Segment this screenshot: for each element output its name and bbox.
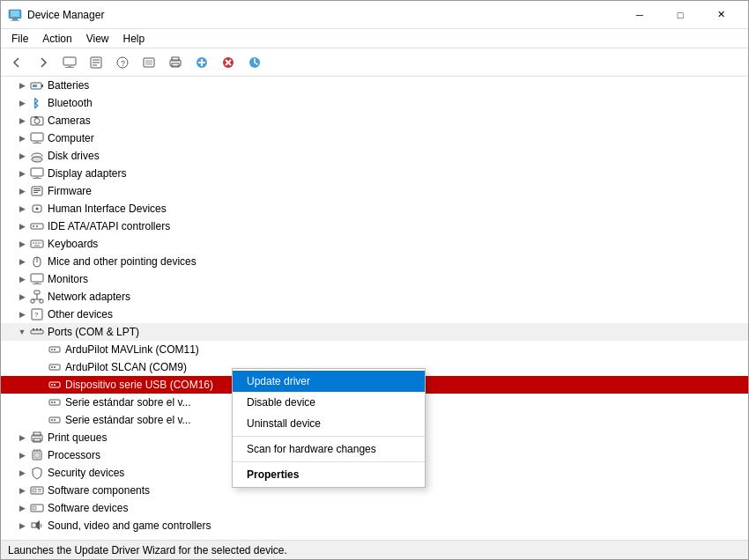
tree-item-bluetooth[interactable]: ▶ ᛒ Bluetooth [1, 94, 748, 112]
maximize-button[interactable]: □ [660, 1, 701, 29]
menu-view[interactable]: View [79, 31, 116, 47]
display-icon [29, 166, 45, 181]
properties-button[interactable] [84, 51, 108, 74]
expander-ide[interactable]: ▶ [15, 219, 29, 233]
tree-item-ports[interactable]: ▼ Ports (COM & LPT) [1, 323, 748, 341]
expander-mice[interactable]: ▶ [15, 254, 29, 269]
window-controls: ─ □ ✕ [619, 1, 741, 29]
serie2-icon [47, 413, 63, 427]
svg-rect-92 [34, 453, 40, 458]
tree-item-other[interactable]: ▶ ? Other devices [1, 306, 748, 323]
print-icon [29, 431, 45, 445]
expander-cameras[interactable]: ▶ [15, 114, 29, 128]
context-disable-device[interactable]: Disable device [233, 392, 425, 413]
serie1-label: Serie estándar sobre el v... [65, 396, 191, 409]
serie2-label: Serie estándar sobre el v... [65, 414, 191, 426]
close-button[interactable]: ✕ [701, 1, 741, 29]
status-text: Launches the Update Driver Wizard for th… [8, 544, 287, 556]
processors-label: Processors [48, 449, 100, 461]
expander-print[interactable]: ▶ [15, 431, 29, 445]
keyboards-label: Keyboards [48, 238, 98, 250]
svg-point-83 [51, 402, 53, 403]
svg-point-49 [36, 225, 38, 227]
window-title: Device Manager [27, 9, 619, 21]
display-label: Display adapters [48, 167, 126, 180]
svg-text:ᛒ: ᛒ [33, 97, 40, 110]
expander-bluetooth[interactable]: ▶ [15, 96, 29, 110]
expander-ports[interactable]: ▼ [15, 325, 29, 339]
tree-item-batteries[interactable]: ▶ Batteries [1, 77, 748, 94]
svg-rect-52 [35, 242, 37, 244]
context-update-driver[interactable]: Update driver [233, 371, 425, 392]
expander-other[interactable]: ▶ [15, 307, 29, 321]
svg-rect-39 [35, 176, 39, 178]
computer-button[interactable] [57, 51, 82, 74]
expander-sound[interactable]: ▶ [15, 519, 29, 533]
expander-processors[interactable]: ▶ [15, 448, 29, 462]
expander-computer[interactable]: ▶ [15, 131, 29, 145]
minimize-button[interactable]: ─ [619, 1, 660, 29]
scan-button[interactable] [242, 51, 267, 74]
expander-firmware[interactable]: ▶ [15, 184, 29, 198]
tree-item-display[interactable]: ▶ Display adapters [1, 165, 748, 182]
hid-icon [29, 202, 45, 216]
expander-sw-devices[interactable]: ▶ [15, 501, 29, 515]
menu-file[interactable]: File [4, 31, 35, 47]
arduslcan-icon [47, 360, 63, 374]
menu-action[interactable]: Action [35, 31, 78, 47]
driver-button[interactable] [137, 51, 161, 74]
tree-item-software-devices[interactable]: ▶ Software devices [1, 499, 748, 517]
tree-item-cameras[interactable]: ▶ Cameras [1, 112, 748, 129]
add-button[interactable] [189, 51, 214, 74]
svg-rect-42 [33, 188, 41, 189]
svg-rect-3 [11, 20, 19, 21]
sw-devices-icon [29, 501, 45, 515]
svg-rect-14 [145, 60, 152, 65]
svg-rect-54 [41, 242, 41, 244]
sound-label: Sound, video and game controllers [48, 519, 211, 532]
tree-item-sound[interactable]: ▶ Sound, video and game controllers [1, 517, 748, 534]
expander-monitors[interactable]: ▶ [15, 272, 29, 286]
tree-item-firmware[interactable]: ▶ Firmware [1, 182, 748, 200]
hid-label: Human Interface Devices [48, 203, 167, 215]
expander-display[interactable]: ▶ [15, 166, 29, 181]
expander-keyboards[interactable]: ▶ [15, 237, 29, 251]
forward-button[interactable] [31, 51, 56, 74]
tree-item-network[interactable]: ▶ Network adapters [1, 288, 748, 306]
context-scan-hardware[interactable]: Scan for hardware changes [233, 438, 425, 460]
svg-point-37 [32, 157, 42, 162]
context-menu: Update driver Disable device Uninstall d… [232, 368, 426, 488]
expander-network[interactable]: ▶ [15, 290, 29, 304]
tree-item-ardulink[interactable]: ▶ ArduPilot MAVLink (COM11) [1, 341, 748, 358]
context-properties[interactable]: Properties [233, 464, 425, 485]
ardulink-label: ArduPilot MAVLink (COM11) [65, 343, 199, 356]
tree-item-computer[interactable]: ▶ Computer [1, 129, 748, 147]
menu-help[interactable]: Help [116, 31, 152, 47]
expander-disk[interactable]: ▶ [15, 149, 29, 163]
expander-batteries[interactable]: ▶ [15, 78, 29, 92]
help-button[interactable]: ? [110, 51, 135, 74]
ports-icon [29, 325, 45, 339]
app-icon [8, 8, 22, 22]
context-uninstall-device[interactable]: Uninstall device [233, 413, 425, 434]
bluetooth-label: Bluetooth [48, 97, 93, 109]
expander-hid[interactable]: ▶ [15, 202, 29, 216]
tree-item-mice[interactable]: ▶ Mice and other pointing devices [1, 253, 748, 270]
tree-item-ide[interactable]: ▶ IDE ATA/ATAPI controllers [1, 217, 748, 235]
svg-text:?: ? [121, 59, 125, 68]
svg-rect-26 [41, 85, 43, 87]
expander-sw-components[interactable]: ▶ [15, 483, 29, 497]
back-button[interactable] [4, 51, 29, 74]
computer-icon [29, 131, 45, 145]
svg-rect-32 [31, 133, 43, 141]
remove-button[interactable] [216, 51, 241, 74]
dispositivo-label: Dispositivo serie USB (COM16) [65, 379, 213, 391]
print-button[interactable] [163, 51, 188, 74]
tree-item-keyboards[interactable]: ▶ Keyboards [1, 235, 748, 253]
svg-rect-58 [31, 274, 43, 282]
expander-security[interactable]: ▶ [15, 466, 29, 480]
disk-icon [29, 149, 45, 163]
tree-item-disk-drives[interactable]: ▶ Disk drives [1, 147, 748, 165]
tree-item-monitors[interactable]: ▶ Monitors [1, 270, 748, 288]
tree-item-hid[interactable]: ▶ Human Interface Devices [1, 200, 748, 217]
